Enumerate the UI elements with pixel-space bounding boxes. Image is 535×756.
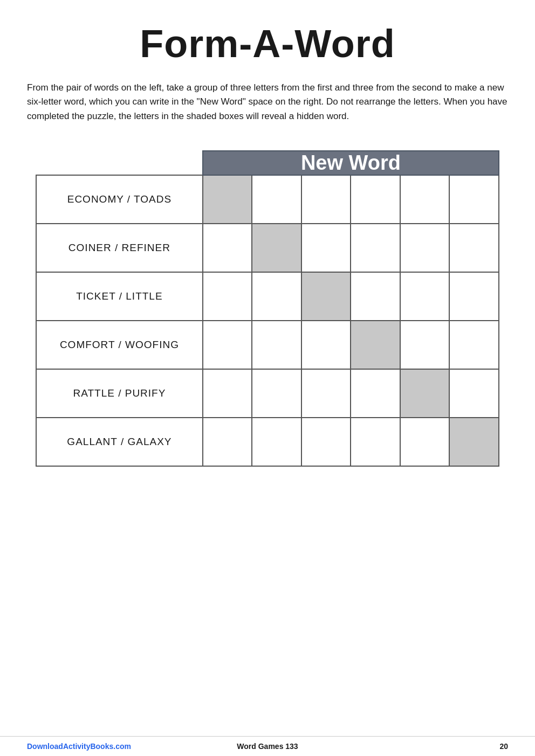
letter-cell	[351, 321, 400, 369]
letter-cell	[400, 272, 450, 321]
header-row: New Word	[36, 151, 499, 175]
letter-cell	[203, 175, 252, 224]
letter-cell	[301, 175, 351, 224]
letter-cell	[301, 321, 351, 369]
letter-cell	[400, 369, 450, 418]
letter-cell	[252, 272, 301, 321]
letter-cell	[301, 224, 351, 272]
letter-cell	[449, 224, 499, 272]
letter-cell	[203, 418, 252, 466]
label-spacer	[36, 151, 203, 175]
letter-cell	[203, 272, 252, 321]
letter-cell	[301, 369, 351, 418]
letter-cell	[203, 369, 252, 418]
table-row: GALLANT / GALAXY	[36, 418, 499, 466]
letter-cell	[203, 321, 252, 369]
table-row: COINER / REFINER	[36, 224, 499, 272]
word-label: TICKET / LITTLE	[36, 272, 203, 321]
footer-page-number: 20	[348, 742, 508, 751]
word-label: COINER / REFINER	[36, 224, 203, 272]
letter-cell	[400, 418, 450, 466]
letter-cell	[252, 321, 301, 369]
letter-cell	[400, 175, 450, 224]
letter-cell	[351, 418, 400, 466]
letter-cell	[301, 418, 351, 466]
page-content: Form-A-Word From the pair of words on th…	[0, 0, 535, 736]
letter-cell	[400, 224, 450, 272]
puzzle-table: New Word ECONOMY / TOADSCOINER / REFINER…	[36, 150, 499, 467]
letter-cell	[449, 175, 499, 224]
word-label: COMFORT / WOOFING	[36, 321, 203, 369]
letter-cell	[351, 369, 400, 418]
letter-cell	[351, 272, 400, 321]
word-label: GALLANT / GALAXY	[36, 418, 203, 466]
letter-cell	[203, 224, 252, 272]
table-row: ECONOMY / TOADS	[36, 175, 499, 224]
new-word-header: New Word	[203, 151, 499, 175]
letter-cell	[449, 369, 499, 418]
letter-cell	[449, 321, 499, 369]
letter-cell	[400, 321, 450, 369]
footer: DownloadActivityBooks.com Word Games 133…	[0, 736, 535, 756]
letter-cell	[252, 175, 301, 224]
letter-cell	[351, 175, 400, 224]
table-row: COMFORT / WOOFING	[36, 321, 499, 369]
instructions: From the pair of words on the left, take…	[27, 81, 508, 123]
letter-cell	[449, 418, 499, 466]
footer-site: DownloadActivityBooks.com	[27, 742, 187, 751]
letter-cell	[252, 369, 301, 418]
letter-cell	[252, 418, 301, 466]
letter-cell	[252, 224, 301, 272]
word-label: RATTLE / PURIFY	[36, 369, 203, 418]
letter-cell	[449, 272, 499, 321]
table-row: TICKET / LITTLE	[36, 272, 499, 321]
letter-cell	[351, 224, 400, 272]
footer-book-title: Word Games 133	[187, 742, 347, 751]
page-title: Form-A-Word	[27, 22, 508, 66]
puzzle-wrapper: New Word ECONOMY / TOADSCOINER / REFINER…	[27, 150, 508, 467]
letter-cell	[301, 272, 351, 321]
table-row: RATTLE / PURIFY	[36, 369, 499, 418]
word-label: ECONOMY / TOADS	[36, 175, 203, 224]
